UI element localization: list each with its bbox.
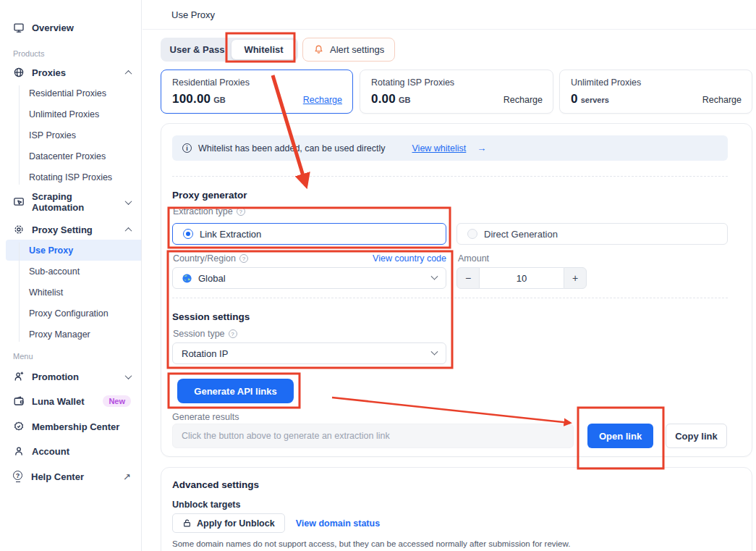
session-type-select[interactable]: Rotation IP [172,342,446,364]
indent-guide [19,243,20,342]
alert-settings-button[interactable]: Alert settings [302,38,395,62]
globe-icon [13,67,25,78]
sidebar-item-label: Membership Center [32,421,131,432]
sidebar-item-label: Account [32,446,131,457]
help-tooltip-icon[interactable] [239,254,248,263]
option-direct-generation[interactable]: Direct Generation [456,223,728,245]
page-header: Use Proxy [143,0,756,30]
sidebar-item-datacenter-proxies[interactable]: Datacenter Proxies [0,146,141,167]
card-unlimited-proxies[interactable]: Unlimited Proxies 0 servers Recharge [559,70,752,114]
sidebar-item-use-proxy[interactable]: Use Proxy [6,240,141,261]
proxy-generator-title: Proxy generator [172,190,247,201]
sidebar-item-proxy-configuration[interactable]: Proxy Configuration [0,303,141,324]
recharge-link[interactable]: Recharge [303,95,342,105]
open-link-button[interactable]: Open link [587,424,653,448]
card-residential-proxies[interactable]: Residential Proxies 100.00 GB Recharge [161,70,353,114]
card-title: Residential Proxies [172,77,342,88]
generate-results-label: Generate results [172,412,239,422]
session-type-label: Session type [173,329,237,339]
sidebar: Overview Products Proxies Residential Pr… [0,0,142,551]
sidebar-item-residential-proxies[interactable]: Residential Proxies [0,83,141,104]
option-label: Direct Generation [484,229,558,240]
chevron-down-icon [125,372,132,379]
country-region-row: Country/Region View country code [173,253,446,264]
whitelist-banner: i Whitelist has been added, can be used … [172,135,728,161]
sidebar-item-overview[interactable]: Overview [0,17,141,38]
wallet-icon [13,395,25,407]
unlock-icon [182,518,192,528]
amount-stepper: − + [456,267,587,289]
proxy-setting-sub-list: Use Proxy Sub-account Whitelist Proxy Co… [0,240,141,345]
tab-whitelist[interactable]: Whitelist [232,40,296,59]
info-icon: i [182,143,192,153]
app-root: Overview Products Proxies Residential Pr… [0,0,756,551]
help-tooltip-icon[interactable] [229,329,237,338]
sidebar-item-label: Proxies [32,67,119,78]
global-flag-icon [182,273,192,284]
bell-icon [313,44,324,55]
sidebar-item-label: Luna Wallet [32,396,95,407]
help-tooltip-icon[interactable] [237,207,245,216]
sidebar-item-sub-account[interactable]: Sub-account [0,261,141,282]
generate-api-links-button[interactable]: Generate API links [177,379,294,403]
proxies-sub-list: Residential Proxies Unlimited Proxies IS… [0,83,141,188]
sidebar-item-account[interactable]: Account [0,441,141,461]
sidebar-item-membership-center[interactable]: Membership Center [0,416,141,437]
card-title: Unlimited Proxies [571,77,742,88]
view-whitelist-link[interactable]: View whitelist [412,143,467,153]
advanced-settings-panel: Advanced settings Unblock targets Apply … [161,467,752,551]
chevron-down-icon [431,348,438,355]
browser-cursor-icon [13,196,25,208]
sidebar-item-rotating-isp-proxies[interactable]: Rotating ISP Proxies [0,167,141,188]
sidebar-item-proxies[interactable]: Proxies [0,62,141,83]
sidebar-item-promotion[interactable]: Promotion [0,366,141,387]
external-link-icon: ↗ [123,471,131,482]
sidebar-item-whitelist[interactable]: Whitelist [0,282,141,303]
sidebar-item-help-center[interactable]: ? Help Center ↗ [0,466,141,487]
chevron-down-icon [125,198,132,205]
stepper-plus-button[interactable]: + [564,267,587,289]
country-select[interactable]: Global [172,267,446,289]
apply-for-unblock-button[interactable]: Apply for Unblock [172,513,285,533]
gear-icon [13,224,25,235]
sidebar-item-isp-proxies[interactable]: ISP Proxies [0,125,141,146]
card-unit: servers [581,96,609,104]
new-badge: New [103,395,131,407]
sidebar-item-label: Overview [32,22,131,33]
sidebar-item-luna-wallet[interactable]: Luna Wallet New [0,391,141,411]
tab-user-pass[interactable]: User & Pass [163,40,232,59]
option-link-extraction[interactable]: Link Extraction [172,223,446,245]
view-country-code-link[interactable]: View country code [373,253,446,264]
recharge-link[interactable]: Recharge [504,95,543,105]
sidebar-item-proxy-manager[interactable]: Proxy Manager [0,324,141,345]
indent-guide [19,85,20,185]
stepper-minus-button[interactable]: − [456,267,480,289]
alert-settings-label: Alert settings [330,44,384,55]
divider [172,298,728,298]
extraction-type-label: Extraction type [173,206,245,216]
person-share-icon [13,371,25,382]
help-icon: ? [13,471,24,482]
view-domain-status-link[interactable]: View domain status [296,518,380,529]
sidebar-item-unlimited-proxies[interactable]: Unlimited Proxies [0,104,141,125]
card-unit: GB [399,96,411,104]
sidebar-item-scraping-automation[interactable]: Scraping Automation [0,192,141,212]
card-rotating-isp-proxies[interactable]: Rotating ISP Proxies 0.00 GB Recharge [360,70,553,114]
recharge-link[interactable]: Recharge [702,95,742,105]
copy-link-button[interactable]: Copy link [666,424,727,448]
sidebar-item-proxy-setting[interactable]: Proxy Setting [0,219,141,240]
chevron-up-icon [125,70,132,77]
banner-text: Whitelist has been added, can be used di… [198,143,386,153]
arrow-right-icon: → [477,143,486,153]
sidebar-section-menu: Menu [0,350,141,362]
apply-unblock-label: Apply for Unblock [197,518,275,529]
radio-selected-icon [183,229,193,239]
card-unit: GB [213,96,226,104]
sidebar-item-label: Proxy Setting [32,224,119,235]
divider [172,176,728,177]
proxy-generator-panel: i Whitelist has been added, can be used … [161,123,752,457]
unblock-note-text: Some domain names do not support access,… [172,539,570,548]
advanced-settings-title: Advanced settings [172,479,259,490]
amount-input[interactable] [480,267,564,289]
generate-results-field[interactable] [172,424,574,448]
